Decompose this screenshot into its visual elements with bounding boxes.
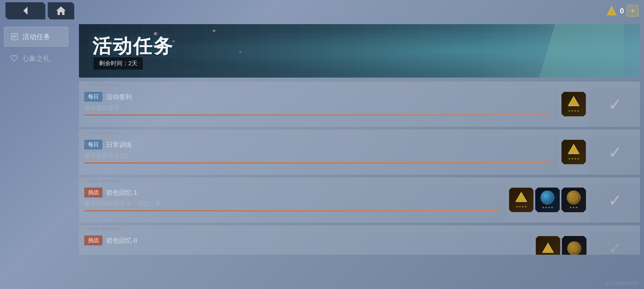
svg-marker-9	[568, 96, 579, 106]
task-dot-4	[84, 228, 86, 230]
reward-count-3-1: 1	[520, 214, 523, 219]
reward-stars-3-2: ★★★★	[542, 206, 553, 209]
reward-icon-3-3: ★★★	[561, 188, 586, 212]
reward-box-3-3: ★★★ 500	[561, 188, 586, 219]
task-time-2: 剩余 12小时	[520, 141, 552, 149]
back-button[interactable]	[5, 2, 45, 20]
task-row-3: 挑战 碧色回忆·1 剩余 2天 通关活动剧情关卡「回忆：羊」 1/1	[79, 184, 640, 223]
coin-reward-4-2	[567, 241, 581, 255]
check-icon-3: ✓	[608, 192, 622, 209]
check-icon-4: ✓	[608, 240, 622, 255]
task-time-3: 剩余 2天	[477, 189, 499, 197]
svg-marker-11	[568, 144, 579, 154]
task-bar-fill-3	[84, 210, 499, 211]
rewards-panel-3: ★★★★ 1 ★★★★ 30	[505, 184, 590, 223]
check-icon-1: ✓	[608, 96, 622, 113]
reward-count-2-1: 1	[572, 166, 575, 172]
reward-box-3-2: ★★★★ 30	[535, 188, 560, 219]
reward-box-1-1: ★★★★ 2	[561, 92, 586, 124]
rewards-panel-4	[531, 232, 591, 255]
coin-reward-3-3	[567, 191, 581, 204]
reward-count-3-3: 500	[570, 214, 578, 219]
sidebar-label-heartgift: 心象之礼	[22, 54, 50, 63]
banner: 活动任务 剩余时间：2天	[79, 24, 640, 78]
task-title-row-2: 每日 日常训练 剩余 12小时	[84, 140, 552, 150]
task-dot-1	[84, 84, 86, 86]
reward-stars-1-1: ★★★★	[568, 109, 580, 113]
task-tag-3: 挑战	[84, 188, 102, 197]
triangle-reward-2-1	[567, 143, 580, 156]
complete-panel-4: ✓	[591, 232, 640, 255]
task-title-left-3: 挑战 碧色回忆·1	[84, 188, 137, 197]
task-row-1: 每日 活动签到 剩余 12小时 每日首次登录 1/1	[79, 89, 640, 127]
reward-icon-4-1	[536, 236, 560, 255]
reward-icon-3-2: ★★★★	[535, 188, 560, 212]
banner-character-area	[480, 24, 640, 78]
triangle-reward-4-1	[542, 242, 554, 254]
task-progress-3: 1/1	[491, 200, 500, 207]
footer-id: ID:1080068209	[606, 281, 639, 286]
triangle-reward-3-1	[515, 191, 528, 204]
task-progress-1: 1/1	[544, 104, 552, 111]
task-detail-label-2: TASK DETAILS	[89, 131, 121, 135]
task-dot-2	[84, 132, 86, 134]
task-card-4: TASK DETAILS 挑战 碧色回忆·II 剩余 2天	[79, 225, 640, 255]
check-icon-2: ✓	[608, 144, 622, 161]
svg-marker-0	[23, 7, 28, 15]
task-title-left-2: 每日 日常训练	[84, 140, 132, 150]
rewards-panel-1: ★★★★ 2	[557, 89, 590, 127]
task-bar-3	[84, 210, 499, 211]
sidebar-item-heart-gift[interactable]: 心象之礼	[4, 49, 68, 68]
task-time-4: 剩余 2天	[504, 237, 526, 245]
task-name-2: 日常训练	[106, 140, 132, 149]
task-subtitle-row-1: 每日首次登录 1/1	[84, 104, 552, 112]
rewards-panel-2: ★★★★ 1	[557, 136, 590, 175]
currency-add-button[interactable]: +	[627, 5, 639, 17]
task-bar-fill-2	[84, 162, 552, 163]
reward-icon-1-1: ★★★★	[561, 92, 586, 116]
complete-panel-2: ✓ COMPLETED	[590, 136, 640, 175]
task-card-2: TASK DETAILS 每日 日常训练 剩余 12小时 通关任意关卡1次 1/…	[79, 130, 640, 175]
currency-icon	[606, 5, 618, 17]
task-detail-label-3: TASK DETAILS	[89, 179, 121, 183]
nav-buttons	[5, 2, 74, 20]
task-title-row-3: 挑战 碧色回忆·1 剩余 2天	[84, 188, 499, 197]
sidebar-item-activity-tasks[interactable]: 活动任务	[4, 27, 68, 47]
svg-marker-15	[542, 243, 554, 253]
reward-box-4-2	[562, 236, 586, 255]
task-subtitle-row-2: 通关任意关卡1次 1/1	[84, 152, 552, 160]
task-title-row-1: 每日 活动签到 剩余 12小时	[84, 92, 552, 102]
task-card-1: TASK DETAILS 每日 活动签到 剩余 12小时 每日首次登录 1/1	[79, 82, 640, 127]
task-dot-3	[84, 180, 86, 182]
task-content-3: 挑战 碧色回忆·1 剩余 2天 通关活动剧情关卡「回忆：羊」 1/1	[79, 184, 505, 223]
completed-text-2: COMPLETED	[600, 162, 631, 167]
reward-box-2-1: ★★★★ 1	[561, 140, 586, 172]
orb-reward-3-2	[540, 191, 554, 204]
task-content-2: 每日 日常训练 剩余 12小时 通关任意关卡1次 1/1	[79, 136, 557, 175]
reward-box-3-1: ★★★★ 1	[509, 188, 534, 219]
reward-icon-4-2	[562, 236, 586, 255]
task-header-1: TASK DETAILS	[79, 82, 640, 89]
reward-icon-3-1: ★★★★	[509, 188, 534, 212]
task-desc-3: 通关活动剧情关卡「回忆：羊」	[84, 200, 167, 208]
reward-stars-2-1: ★★★★	[568, 157, 580, 161]
task-detail-label-1: TASK DETAILS	[89, 83, 121, 87]
task-row-2: 每日 日常训练 剩余 12小时 通关任意关卡1次 1/1	[79, 136, 640, 175]
task-bar-fill-1	[84, 115, 552, 116]
currency-amount: 0	[620, 6, 624, 15]
complete-panel-1: ✓ COMPLETED	[590, 89, 640, 127]
coin-inner-4	[570, 244, 578, 253]
task-title-left-4: 挑战 碧色回忆·II	[84, 235, 137, 245]
task-desc-2: 通关任意关卡1次	[84, 152, 129, 160]
task-subtitle-row-3: 通关活动剧情关卡「回忆：羊」 1/1	[84, 200, 499, 208]
completed-text-1: COMPLETED	[600, 114, 631, 119]
task-bar-2	[84, 162, 552, 163]
coin-inner	[569, 193, 578, 202]
reward-icon-2-1: ★★★★	[561, 140, 586, 164]
home-button[interactable]	[48, 2, 74, 20]
task-tag-1: 每日	[84, 92, 102, 102]
svg-marker-1	[56, 6, 66, 15]
svg-marker-13	[516, 192, 527, 202]
banner-title: 活动任务	[92, 33, 174, 59]
task-title-left-1: 每日 活动签到	[84, 92, 132, 102]
